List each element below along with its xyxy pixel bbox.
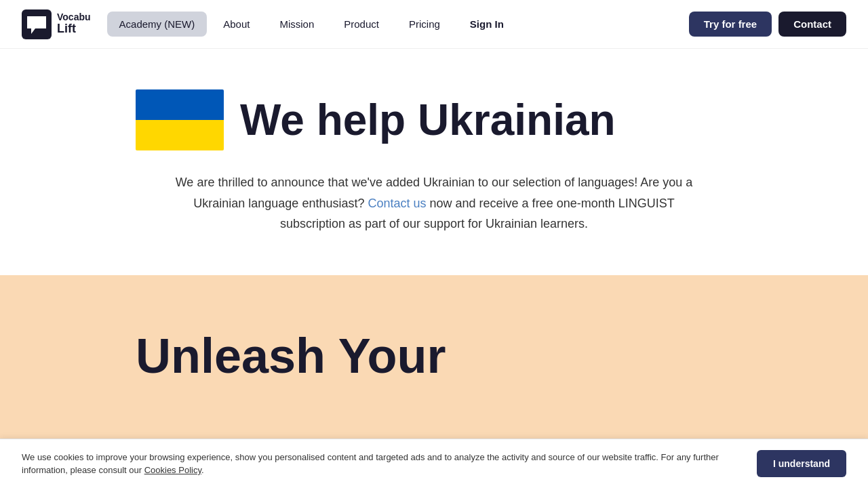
contact-button[interactable]: Contact [778,12,846,37]
cookie-text: We use cookies to improve your browsing … [22,451,741,477]
nav-mission[interactable]: Mission [266,13,328,35]
unleash-title: Unleash Your [136,329,732,383]
logo-vocabu: Vocabu [57,12,91,22]
logo-link[interactable]: Vocabu Lift [22,9,91,39]
understand-button[interactable]: I understand [757,450,846,477]
nav-links: Academy (NEW) About Mission Product Pric… [107,12,689,37]
ukraine-flag [136,89,224,150]
nav-actions: Try for free Contact [689,12,846,37]
try-free-button[interactable]: Try for free [689,12,772,37]
nav-pricing[interactable]: Pricing [395,13,454,35]
hero-body: We are thrilled to announce that we've a… [163,172,705,235]
nav-about[interactable]: About [210,13,263,35]
contact-us-link[interactable]: Contact us [368,197,426,210]
nav-product[interactable]: Product [330,13,393,35]
navbar: Vocabu Lift Academy (NEW) About Mission … [0,0,868,49]
flag-yellow [136,120,224,150]
hero-title: We help Ukrainian [240,96,616,144]
hero-section: We help Ukrainian We are thrilled to ann… [0,49,868,275]
cookies-policy-link[interactable]: Cookies Policy [144,465,201,475]
nav-signin[interactable]: Sign In [456,13,517,35]
logo-lift: Lift [57,22,91,36]
hero-title-row: We help Ukrainian [136,89,732,150]
logo-text: Vocabu Lift [57,12,91,36]
cookie-banner: We use cookies to improve your browsing … [0,439,868,479]
flag-blue [136,89,224,120]
logo-icon [22,9,52,39]
cookie-text-end: . [201,465,204,475]
cookie-text-main: We use cookies to improve your browsing … [22,452,719,476]
nav-academy[interactable]: Academy (NEW) [107,12,208,37]
